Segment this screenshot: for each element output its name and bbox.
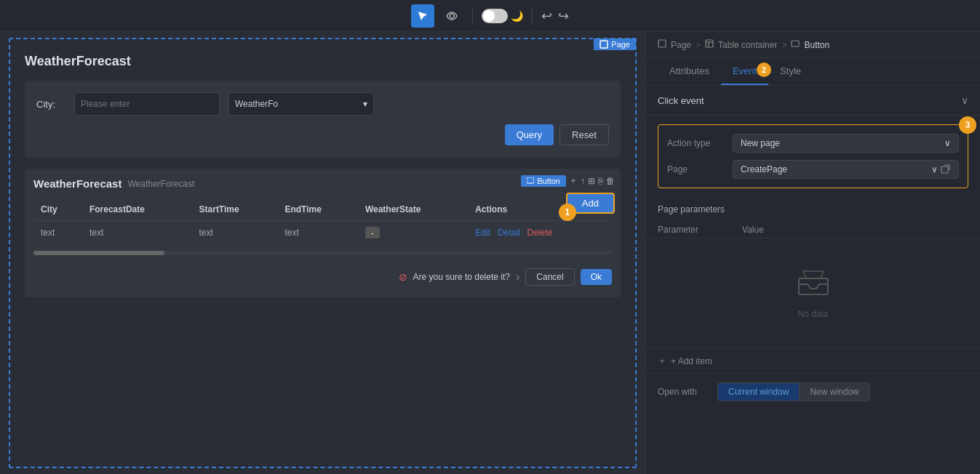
no-data-icon <box>795 268 832 303</box>
button-toolbar-label: Button <box>521 175 566 187</box>
breadcrumb-sep2: > <box>781 40 786 50</box>
open-with-label: Open with <box>658 387 709 397</box>
action-type-dropdown[interactable]: New page ∨ <box>733 134 959 153</box>
open-with-options: Current window New window <box>717 382 870 401</box>
value-col: Value <box>742 225 764 235</box>
panel-tabs: Attributes Event 2 Style <box>646 58 980 86</box>
breadcrumb-page: Page <box>671 40 691 50</box>
scroll-thumb[interactable] <box>33 251 164 255</box>
right-panel: Page > Table container > Button Attri <box>645 32 980 474</box>
svg-rect-9 <box>799 278 828 294</box>
click-event-row[interactable]: Click event ∨ <box>646 86 980 116</box>
arrow-up-icon[interactable]: ↑ <box>581 176 585 186</box>
cell-date: text <box>82 221 192 245</box>
filter-section: City: WeatherFo ▾ Query Reset <box>25 81 621 157</box>
city-input[interactable] <box>74 92 220 116</box>
redo-button[interactable]: ↪ <box>558 8 569 24</box>
ok-button[interactable]: Ok <box>581 269 612 285</box>
trash-icon[interactable]: 🗑 <box>606 176 615 186</box>
click-event-chevron-icon: ∨ <box>961 95 968 106</box>
step-badge-1: 1 <box>559 204 576 221</box>
toggle-pill[interactable] <box>482 9 508 23</box>
breadcrumb-sep1: > <box>696 40 701 50</box>
right-chevron-icon: › <box>516 270 519 284</box>
delete-confirm-text: Are you sure to delete it? <box>413 272 510 282</box>
table-title: WeatherForecast <box>33 177 121 190</box>
button-label-text: Button <box>537 177 560 185</box>
page-dropdown[interactable]: CreatePage ∨ <box>733 160 959 179</box>
add-item-row[interactable]: ＋ + Add item <box>646 348 980 374</box>
table-icon[interactable]: ⊞ <box>588 176 595 186</box>
col-weather: WeatherState <box>358 198 468 221</box>
action-box: Action type New page ∨ Page CreatePage ∨ <box>658 124 968 188</box>
scrollbar[interactable] <box>33 251 612 255</box>
reset-button[interactable]: Reset <box>559 124 609 145</box>
page-label-text: Page <box>611 40 630 49</box>
panel-body: Click event ∨ Action type New page ∨ Pag… <box>646 86 980 474</box>
page-chevron-icon: ∨ <box>931 164 938 174</box>
tab-attributes[interactable]: Attributes <box>658 58 721 85</box>
cell-weather: - <box>358 221 468 245</box>
magic-icon[interactable] <box>411 4 434 28</box>
inbox-icon <box>795 268 832 297</box>
toggle-switch[interactable]: 🌙 <box>482 9 523 23</box>
query-button[interactable]: Query <box>505 124 554 145</box>
table-section: WeatherForecast WeatherForecast Button <box>25 169 621 297</box>
cell-actions: Edit Detail Delete <box>468 221 612 245</box>
undo-redo-group: ↩ ↪ <box>541 8 569 24</box>
breadcrumb-btn-icon <box>791 39 800 50</box>
current-window-option[interactable]: Current window <box>718 383 800 401</box>
breadcrumb-page-icon <box>658 39 666 50</box>
copy-icon[interactable]: ⎘ <box>598 176 603 186</box>
col-end: EndTime <box>277 198 358 221</box>
tab-event[interactable]: Event 2 <box>721 58 768 85</box>
breadcrumb-table: Table container <box>718 40 777 50</box>
svg-rect-4 <box>706 40 713 47</box>
dropdown-chevron-icon: ▾ <box>363 99 367 109</box>
page-frame: Page WeatherForecast City: WeatherFo ▾ <box>9 38 637 468</box>
add-item-label: + Add item <box>671 356 712 366</box>
main-area: Page WeatherForecast City: WeatherFo ▾ <box>0 32 980 474</box>
divider2 <box>532 7 533 25</box>
toolbar-left <box>411 4 463 28</box>
add-btn-wrapper: Add 1 <box>566 193 615 214</box>
warning-icon: ⊘ <box>399 271 407 283</box>
col-city: City <box>33 198 82 221</box>
params-cols: Parameter Value <box>646 222 980 238</box>
no-data-area: No data <box>646 238 980 348</box>
page-dropdown-icons: ∨ <box>931 164 951 174</box>
action-type-chevron-icon: ∨ <box>944 138 951 148</box>
breadcrumb: Page > Table container > Button <box>646 32 980 58</box>
col-start: StartTime <box>192 198 278 221</box>
breadcrumb-table-icon <box>705 39 714 50</box>
eye-icon[interactable] <box>440 4 463 28</box>
page-key: Page <box>667 164 733 174</box>
app-title: WeatherForecast <box>25 54 621 69</box>
weather-dropdown[interactable]: WeatherFo ▾ <box>228 92 374 116</box>
page-label: Page <box>594 39 636 50</box>
svg-point-0 <box>450 14 454 18</box>
cancel-button[interactable]: Cancel <box>525 268 574 286</box>
table-subtitle: WeatherForecast <box>127 179 194 189</box>
open-with-row: Open with Current window New window <box>646 374 980 410</box>
action-type-row: Action type New page ∨ <box>667 134 959 153</box>
plus-icon[interactable]: ＋ <box>569 174 578 187</box>
delete-link[interactable]: Delete <box>527 228 553 238</box>
page-row: Page CreatePage ∨ <box>667 160 959 179</box>
breadcrumb-button: Button <box>804 40 829 50</box>
page-value: CreatePage <box>741 164 787 174</box>
weather-state-btn[interactable]: - <box>365 227 380 238</box>
detail-link[interactable]: Detail <box>498 228 520 238</box>
city-label: City: <box>36 99 65 110</box>
add-item-icon: ＋ <box>658 355 666 367</box>
new-window-option[interactable]: New window <box>800 383 869 401</box>
tab-style[interactable]: Style <box>768 58 813 85</box>
col-date: ForecastDate <box>82 198 192 221</box>
svg-rect-7 <box>792 41 799 47</box>
undo-button[interactable]: ↩ <box>541 8 552 24</box>
page-link-icon <box>941 164 951 174</box>
filter-buttons: Query Reset <box>36 124 609 145</box>
cell-city: text <box>33 221 82 245</box>
edit-link[interactable]: Edit <box>475 228 490 238</box>
toolbar: 🌙 ↩ ↪ <box>0 0 980 32</box>
